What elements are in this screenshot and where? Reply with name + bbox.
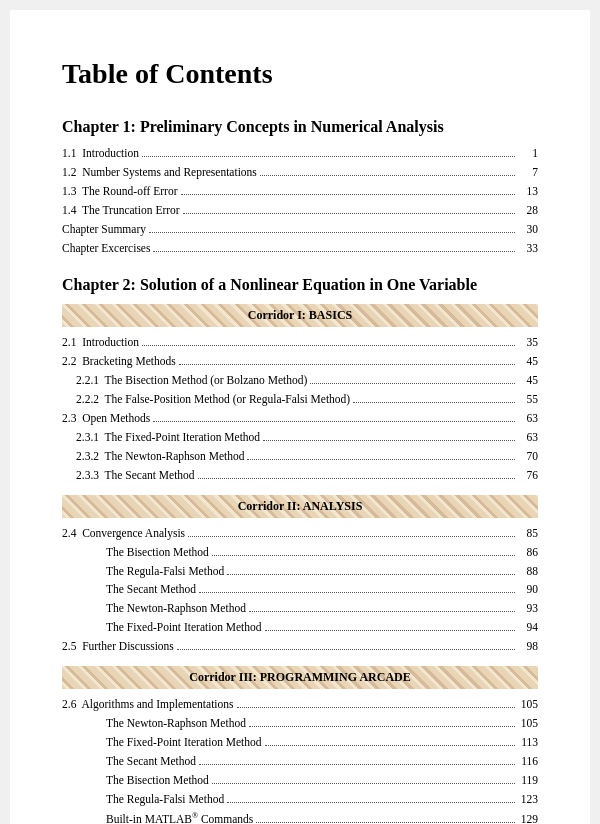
page: Table of Contents Chapter 1: Preliminary… [10,10,590,824]
toc-2-1: 2.1 Introduction 35 [62,333,538,352]
page-num: 7 [518,163,538,182]
dots [183,213,515,214]
toc-fixedpoint-prog: The Fixed-Point Iteration Method 113 [62,733,538,752]
toc-regulafalsi-prog: The Regula-Falsi Method 123 [62,790,538,809]
toc-label: Chapter Summary [62,220,146,239]
page-num: 13 [518,182,538,201]
toc-entry-1-4: 1.4 The Truncation Error 28 [62,201,538,220]
main-title: Table of Contents [62,58,538,90]
toc-newton-prog: The Newton-Raphson Method 105 [62,714,538,733]
toc-num: 1.3 The Round-off Error [62,182,178,201]
toc-entry-1-3: 1.3 The Round-off Error 13 [62,182,538,201]
page-num: 1 [518,144,538,163]
toc-2-4: 2.4 Convergence Analysis 85 [62,524,538,543]
toc-num: 1.1 Introduction [62,144,139,163]
corridor2-label: Corridor II: ANALYSIS [238,499,363,513]
toc-regulafalsi-analysis: The Regula-Falsi Method 88 [62,562,538,581]
corridor2-banner: Corridor II: ANALYSIS [62,495,538,518]
corridor1-label: Corridor I: BASICS [248,308,352,322]
toc-2-3: 2.3 Open Methods 63 [62,409,538,428]
toc-2-3-1: 2.3.1 The Fixed-Point Iteration Method 6… [62,428,538,447]
corridor3-label: Corridor III: PROGRAMMING ARCADE [189,670,410,684]
toc-bisection-prog: The Bisection Method 119 [62,771,538,790]
toc-2-3-2: 2.3.2 The Newton-Raphson Method 70 [62,447,538,466]
corridor3-banner: Corridor III: PROGRAMMING ARCADE [62,666,538,689]
dots [149,232,515,233]
page-num: 28 [518,201,538,220]
toc-2-5: 2.5 Further Discussions 98 [62,637,538,656]
page-num: 33 [518,239,538,258]
page-num: 30 [518,220,538,239]
toc-2-2-1: 2.2.1 The Bisection Method (or Bolzano M… [62,371,538,390]
corridor1-banner: Corridor I: BASICS [62,304,538,327]
toc-2-6: 2.6 Algorithms and Implementations 105 [62,695,538,714]
dots [181,194,515,195]
toc-bisection-analysis: The Bisection Method 86 [62,543,538,562]
toc-secant-analysis: The Secant Method 90 [62,580,538,599]
dots [142,156,515,157]
chapter2-block: Chapter 2: Solution of a Nonlinear Equat… [62,276,538,824]
toc-fixedpoint-analysis: The Fixed-Point Iteration Method 94 [62,618,538,637]
toc-2-3-3: 2.3.3 The Secant Method 76 [62,466,538,485]
toc-entry-1-2: 1.2 Number Systems and Representations 7 [62,163,538,182]
toc-2-2: 2.2 Bracketing Methods 45 [62,352,538,371]
toc-secant-prog: The Secant Method 116 [62,752,538,771]
dots [260,175,515,176]
toc-entry-ch1-exercises: Chapter Excercises 33 [62,239,538,258]
toc-2-2-2: 2.2.2 The False-Position Method (or Regu… [62,390,538,409]
toc-num: 1.2 Number Systems and Representations [62,163,257,182]
toc-num: 1.4 The Truncation Error [62,201,180,220]
toc-entry-1-1: 1.1 Introduction 1 [62,144,538,163]
chapter2-heading: Chapter 2: Solution of a Nonlinear Equat… [62,276,538,294]
chapter1-block: Chapter 1: Preliminary Concepts in Numer… [62,118,538,258]
chapter1-heading: Chapter 1: Preliminary Concepts in Numer… [62,118,538,136]
toc-label: Chapter Excercises [62,239,150,258]
toc-entry-ch1-summary: Chapter Summary 30 [62,220,538,239]
toc-matlab-commands: Built-in MATLAB® Commands 129 [62,809,538,824]
toc-newton-analysis: The Newton-Raphson Method 93 [62,599,538,618]
dots [153,251,515,252]
